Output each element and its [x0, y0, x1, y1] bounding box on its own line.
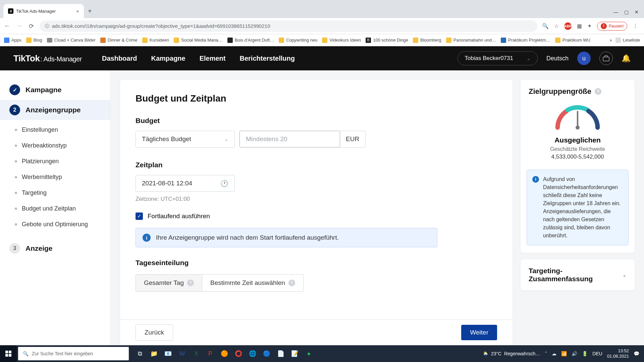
- cloud-icon[interactable]: ☁: [552, 351, 556, 356]
- nav-dashboard[interactable]: Dashboard: [102, 55, 137, 62]
- url-text: ads.tiktok.com/i18n/campaign/ad-group/cr…: [52, 23, 270, 29]
- app-icon[interactable]: 🟠: [218, 347, 231, 360]
- bookmark[interactable]: Copywriting neu: [279, 38, 317, 43]
- tab-favicon: d: [8, 8, 13, 14]
- word-icon[interactable]: W: [176, 347, 189, 360]
- bookmark[interactable]: Cload + Canva Bilder: [47, 38, 96, 43]
- volume-icon[interactable]: 🔊: [572, 351, 577, 356]
- bookmark[interactable]: Panoramabahn und…: [446, 38, 496, 43]
- explorer-icon[interactable]: 📁: [148, 347, 160, 360]
- user-avatar[interactable]: u: [577, 52, 591, 65]
- bookmark[interactable]: B100 schöne Dinge: [366, 38, 408, 43]
- bookmark[interactable]: Praktikum Projektm…: [501, 38, 550, 43]
- bookmark[interactable]: Videokurs Ideen: [322, 38, 361, 43]
- start-button[interactable]: [0, 345, 17, 362]
- extensions-puzzle-icon[interactable]: ✦: [587, 23, 592, 29]
- bookmark[interactable]: Social Media Mana…: [174, 38, 223, 43]
- spotify-icon[interactable]: ●: [303, 347, 315, 360]
- address-bar[interactable]: ⓘ ads.tiktok.com/i18n/campaign/ad-group/…: [40, 20, 537, 32]
- bookmark[interactable]: Dinner & Crime: [100, 38, 138, 43]
- back-icon[interactable]: ←: [3, 22, 11, 29]
- extension-icon[interactable]: ▦: [577, 23, 582, 29]
- help-icon[interactable]: ?: [187, 280, 194, 286]
- substep-budget-schedule[interactable]: Budget und Zeitplan: [0, 201, 110, 217]
- zoom-icon[interactable]: 🔍: [542, 23, 549, 29]
- app-icon[interactable]: 📄: [274, 347, 287, 360]
- help-icon[interactable]: ?: [595, 88, 601, 95]
- substep-bidding[interactable]: Gebote und Optimierung: [0, 217, 110, 232]
- bookmark[interactable]: Kursideen: [142, 38, 169, 43]
- step-adgroup[interactable]: 2 Anzeigengruppe: [0, 100, 110, 120]
- window-minimize-icon[interactable]: —: [613, 9, 618, 15]
- apps-bookmark[interactable]: Apps: [4, 38, 21, 43]
- audience-title: Zielgruppengröße: [529, 87, 591, 96]
- nav-element[interactable]: Element: [200, 55, 226, 62]
- weather-widget[interactable]: 🌦️ 23°C Regenwahrsch…: [483, 351, 540, 356]
- substep-targeting[interactable]: Targeting: [0, 185, 110, 201]
- tab-title: TikTok Ads-Manager: [16, 9, 56, 14]
- bookmark[interactable]: Praktikum WU: [555, 38, 590, 43]
- star-icon[interactable]: ☆: [554, 23, 559, 29]
- dayparting-allday-tab[interactable]: Gesamter Tag ?: [136, 274, 202, 292]
- browser-tab[interactable]: d TikTok Ads-Manager ×: [3, 4, 84, 18]
- window-close-icon[interactable]: ✕: [635, 9, 639, 15]
- chevron-down-icon: ⌄: [623, 272, 627, 278]
- targeting-summary-card[interactable]: Targeting-Zusammenfassung ⌄: [521, 259, 635, 290]
- input-lang[interactable]: DEU: [592, 351, 602, 356]
- battery-icon[interactable]: 🔋: [582, 351, 588, 356]
- substep-creative-type[interactable]: Werbemitteltyp: [0, 169, 110, 185]
- chevron-down-icon: ⌄: [224, 136, 228, 142]
- budget-amount-input[interactable]: [239, 131, 340, 147]
- next-button[interactable]: Weiter: [461, 325, 497, 340]
- profile-paused-badge[interactable]: T Pausiert: [597, 22, 627, 31]
- powerpoint-icon[interactable]: P: [204, 347, 217, 360]
- mail-icon[interactable]: 📧: [162, 347, 174, 360]
- obs-icon[interactable]: ⭕: [232, 347, 245, 360]
- reading-list-button[interactable]: Leseliste: [615, 38, 640, 43]
- bookmarks-overflow-icon[interactable]: »: [609, 38, 612, 43]
- taskbar-clock[interactable]: 13:52 01.08.2021: [607, 348, 629, 359]
- edge-icon[interactable]: 🔵: [260, 347, 273, 360]
- abp-extension-icon[interactable]: ABP: [564, 22, 572, 30]
- excel-icon[interactable]: X: [190, 347, 203, 360]
- help-icon[interactable]: ?: [288, 280, 295, 286]
- close-tab-icon[interactable]: ×: [76, 8, 79, 14]
- reload-icon[interactable]: ⟳: [28, 22, 35, 30]
- tray-chevron-icon[interactable]: ˄: [545, 351, 547, 356]
- step-ad[interactable]: 3 Anzeige: [0, 238, 110, 258]
- language-selector[interactable]: Deutsch: [546, 55, 569, 62]
- bookmark[interactable]: Bloomberg: [413, 38, 441, 43]
- step-sidebar: Kampagne 2 Anzeigengruppe Einstellungen …: [0, 70, 111, 345]
- dayparting-specific-tab[interactable]: Bestimmte Zeit auswählen ?: [202, 274, 304, 292]
- window-maximize-icon[interactable]: ▢: [624, 9, 629, 15]
- bell-icon[interactable]: 🔔: [622, 54, 631, 63]
- account-selector[interactable]: Tobias Becker0731 ⌄: [458, 51, 538, 65]
- back-button[interactable]: Zurück: [136, 324, 173, 341]
- taskbar-search[interactable]: 🔍 Zur Suche Text hier eingeben: [18, 347, 129, 360]
- substep-promotype[interactable]: Werbeaktionstyp: [0, 138, 110, 154]
- budget-schedule-card: Budget und Zeitplan Budget Tägliches Bud…: [120, 80, 513, 345]
- tiktok-logo[interactable]: TikTok: Ads-Manager: [13, 53, 82, 64]
- nav-kampagne[interactable]: Kampagne: [151, 55, 185, 62]
- nav-reporting[interactable]: Berichterstellung: [240, 55, 295, 62]
- continuous-checkbox[interactable]: ✓: [136, 213, 143, 220]
- substep-settings[interactable]: Einstellungen: [0, 122, 110, 138]
- bookmark[interactable]: Bois d'Argent Duft…: [227, 38, 274, 43]
- briefcase-icon[interactable]: [599, 52, 613, 65]
- wifi-icon[interactable]: 📶: [561, 351, 567, 356]
- chrome-icon[interactable]: 🌐: [246, 347, 259, 360]
- new-tab-button[interactable]: +: [84, 7, 96, 15]
- step-campaign[interactable]: Kampagne: [0, 80, 110, 100]
- start-datetime-picker[interactable]: 2021-08-01 12:04 🕐: [136, 175, 235, 192]
- budget-type-select[interactable]: Tägliches Budget ⌄: [136, 131, 235, 147]
- substep-placements[interactable]: Platzierungen: [0, 154, 110, 169]
- bookmark[interactable]: Blog: [26, 38, 42, 43]
- more-menu-icon[interactable]: ⋮: [633, 23, 638, 29]
- info-icon: i: [532, 176, 539, 183]
- audience-gauge: [552, 103, 603, 130]
- bookmarks-bar: Apps Blog Cload + Canva Bilder Dinner & …: [0, 34, 644, 46]
- task-view-icon[interactable]: ⧉: [133, 347, 146, 360]
- notepad-icon[interactable]: 📝: [288, 347, 301, 360]
- reach-label: Geschätzte Reichweite: [550, 146, 605, 152]
- notifications-icon[interactable]: 💬: [634, 351, 639, 356]
